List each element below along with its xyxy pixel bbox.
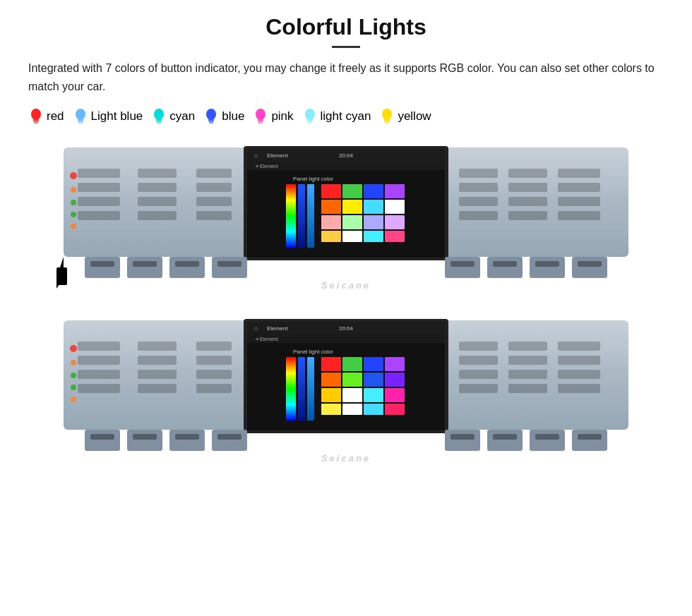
svg-rect-142 (342, 404, 362, 415)
svg-rect-25 (78, 211, 120, 220)
svg-rect-16 (307, 119, 313, 121)
svg-rect-19 (384, 119, 390, 121)
svg-rect-59 (385, 200, 405, 214)
title-divider (332, 46, 360, 48)
svg-rect-85 (487, 257, 523, 278)
svg-rect-81 (127, 257, 162, 278)
svg-text:Element: Element (267, 325, 288, 332)
svg-rect-53 (342, 184, 362, 198)
svg-rect-105 (138, 356, 177, 365)
svg-text:Seicane: Seicane (321, 280, 371, 291)
svg-point-113 (71, 360, 76, 366)
color-label: pink (271, 109, 293, 123)
svg-rect-8 (157, 121, 161, 123)
svg-rect-69 (459, 183, 498, 192)
svg-rect-101 (78, 356, 120, 365)
svg-rect-89 (133, 261, 157, 267)
svg-text:Panel light color: Panel light color (293, 176, 333, 182)
svg-rect-78 (558, 197, 600, 206)
color-item: light cyan (302, 107, 371, 126)
bulb-icon (203, 107, 219, 126)
svg-rect-129 (321, 357, 341, 371)
svg-rect-4 (78, 119, 83, 121)
color-item: pink (253, 107, 293, 126)
svg-rect-90 (175, 261, 199, 267)
svg-rect-130 (342, 357, 362, 371)
svg-rect-102 (78, 370, 120, 379)
svg-rect-168 (217, 434, 241, 440)
color-label: Light blue (91, 109, 143, 123)
svg-text:Panel light color: Panel light color (293, 349, 333, 355)
svg-rect-146 (459, 356, 498, 365)
svg-point-112 (70, 345, 77, 352)
page-title: Colorful Lights (28, 14, 664, 40)
svg-rect-140 (385, 388, 405, 402)
svg-text:⌂: ⌂ (254, 152, 258, 159)
svg-rect-167 (175, 434, 199, 440)
svg-point-34 (70, 172, 77, 179)
color-label: blue (222, 109, 244, 123)
svg-rect-106 (138, 370, 177, 379)
svg-rect-154 (558, 356, 600, 365)
svg-rect-109 (196, 356, 232, 365)
svg-rect-24 (78, 197, 120, 206)
svg-rect-147 (459, 370, 498, 379)
svg-rect-111 (196, 384, 232, 393)
svg-rect-166 (133, 434, 157, 440)
color-item: blue (203, 107, 244, 126)
svg-rect-76 (558, 169, 600, 178)
svg-rect-75 (508, 211, 547, 220)
svg-rect-64 (321, 231, 341, 242)
svg-rect-58 (364, 200, 383, 214)
svg-rect-170 (493, 434, 517, 440)
page-container: Colorful Lights Integrated with 7 colors… (0, 0, 692, 500)
svg-point-15 (305, 109, 315, 120)
svg-rect-153 (558, 342, 600, 351)
svg-rect-51 (307, 184, 314, 248)
svg-text:20:04: 20:04 (339, 152, 354, 159)
color-item: yellow (379, 107, 431, 126)
svg-rect-86 (530, 257, 565, 278)
svg-point-115 (71, 385, 76, 390)
svg-rect-141 (321, 404, 341, 415)
svg-rect-108 (196, 342, 232, 351)
device-svg-2: Element 20:04 ⌂ ≡ Element Panel light co… (42, 313, 650, 472)
svg-rect-66 (364, 231, 383, 242)
svg-rect-138 (342, 388, 362, 402)
svg-rect-160 (212, 430, 247, 451)
svg-text:Element: Element (267, 152, 288, 159)
svg-rect-132 (385, 357, 405, 371)
color-item: cyan (151, 107, 195, 126)
svg-rect-52 (321, 184, 341, 198)
color-label: red (47, 109, 64, 123)
svg-rect-152 (508, 384, 547, 393)
device-svg-1: Element 20:04 ⌂ ≡ Element Panel light co… (42, 140, 650, 299)
svg-rect-84 (445, 257, 480, 278)
svg-rect-61 (342, 215, 362, 229)
svg-rect-72 (508, 169, 547, 178)
svg-rect-171 (535, 434, 559, 440)
svg-rect-27 (138, 183, 177, 192)
svg-rect-150 (508, 356, 547, 365)
color-label: light cyan (321, 109, 371, 123)
svg-rect-128 (307, 357, 314, 421)
svg-rect-172 (578, 434, 602, 440)
svg-rect-127 (298, 357, 305, 421)
svg-rect-131 (364, 357, 383, 371)
bulb-icon (379, 107, 395, 126)
svg-point-37 (71, 212, 76, 217)
svg-rect-55 (385, 184, 405, 198)
svg-rect-70 (459, 197, 498, 206)
svg-rect-17 (308, 121, 312, 123)
svg-rect-56 (321, 200, 341, 214)
svg-rect-68 (459, 169, 498, 178)
svg-rect-103 (78, 384, 120, 393)
svg-rect-79 (558, 211, 600, 220)
svg-rect-65 (342, 231, 362, 242)
svg-point-9 (206, 109, 216, 120)
svg-rect-149 (508, 342, 547, 351)
svg-rect-23 (78, 183, 120, 192)
svg-rect-67 (385, 231, 405, 242)
svg-rect-148 (459, 384, 498, 393)
svg-point-114 (71, 373, 76, 378)
